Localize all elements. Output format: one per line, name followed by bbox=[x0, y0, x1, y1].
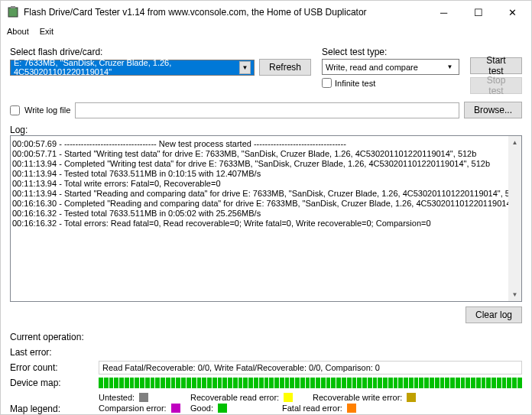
map-block bbox=[383, 378, 388, 388]
infinite-checkbox[interactable] bbox=[322, 78, 332, 88]
legend-comp: Comparsion error: bbox=[99, 404, 167, 413]
map-block bbox=[424, 378, 429, 388]
map-block bbox=[310, 378, 315, 388]
map-block bbox=[99, 378, 103, 388]
map-block bbox=[171, 378, 176, 388]
map-block bbox=[125, 378, 129, 388]
map-block bbox=[166, 378, 170, 388]
map-block bbox=[342, 378, 346, 388]
map-block bbox=[368, 378, 372, 388]
map-block bbox=[336, 378, 341, 388]
map-block bbox=[357, 378, 362, 388]
map-block bbox=[471, 378, 475, 388]
map-block bbox=[461, 378, 466, 388]
map-block bbox=[290, 378, 294, 388]
map-block bbox=[491, 378, 496, 388]
logfile-label: Write log file bbox=[24, 105, 70, 115]
legend-label: Map legend: bbox=[10, 404, 99, 414]
refresh-button[interactable]: Refresh bbox=[259, 59, 311, 76]
scroll-down-icon[interactable]: ▼ bbox=[508, 288, 521, 301]
test-type-selected: Write, read and compare bbox=[326, 63, 418, 72]
window-buttons: ─ ☐ ✕ bbox=[427, 2, 530, 23]
map-block bbox=[285, 378, 290, 388]
minimize-button[interactable]: ─ bbox=[427, 2, 461, 23]
window-title: Flash Drive/Card Tester v1.14 from www.v… bbox=[24, 7, 427, 18]
test-type-label: Select test type: bbox=[322, 47, 459, 57]
log-line: 00:16:16.30 - Completed "Reading and com… bbox=[12, 199, 520, 209]
scrollbar[interactable]: ▲ ▼ bbox=[508, 136, 521, 301]
map-block bbox=[202, 378, 206, 388]
map-block bbox=[254, 378, 258, 388]
drive-combo[interactable]: E: 7633MB, "SanDisk, Cruzer Blade, 1.26,… bbox=[10, 60, 255, 76]
map-block bbox=[388, 378, 393, 388]
close-button[interactable]: ✕ bbox=[495, 2, 530, 23]
map-block bbox=[155, 378, 160, 388]
test-type-combo[interactable]: Write, read and compare ▼ bbox=[322, 59, 459, 75]
drive-selected: E: 7633MB, "SanDisk, Cruzer Blade, 1.26,… bbox=[14, 58, 239, 76]
maximize-button[interactable]: ☐ bbox=[461, 2, 495, 23]
map-block bbox=[197, 378, 202, 388]
map-block bbox=[398, 378, 403, 388]
map-block bbox=[414, 378, 419, 388]
map-block bbox=[378, 378, 382, 388]
swatch-fatal-read bbox=[347, 404, 356, 413]
swatch-untested bbox=[139, 393, 148, 402]
map-block bbox=[269, 378, 274, 388]
map-block bbox=[243, 378, 248, 388]
device-map-label: Device map: bbox=[10, 378, 99, 388]
browse-button[interactable]: Browse... bbox=[464, 102, 522, 118]
map-block bbox=[497, 378, 501, 388]
menubar: About Exit bbox=[1, 24, 531, 39]
legend-rec-write: Recoverable write error: bbox=[313, 393, 402, 402]
legend-untested: Untested: bbox=[99, 393, 135, 402]
menu-exit[interactable]: Exit bbox=[40, 27, 54, 36]
map-block bbox=[280, 378, 284, 388]
map-block bbox=[394, 378, 398, 388]
map-block bbox=[212, 378, 217, 388]
map-block bbox=[161, 378, 165, 388]
swatch-rec-read bbox=[284, 393, 293, 402]
start-test-button[interactable]: Start test bbox=[470, 57, 522, 74]
log-line: 00:00:57.71 - Started "Writing test data… bbox=[12, 149, 520, 159]
map-block bbox=[404, 378, 408, 388]
titlebar: Flash Drive/Card Tester v1.14 from www.v… bbox=[1, 1, 531, 24]
map-block bbox=[228, 378, 232, 388]
map-block bbox=[456, 378, 460, 388]
chevron-down-icon: ▼ bbox=[444, 63, 456, 70]
map-block bbox=[331, 378, 336, 388]
map-block bbox=[362, 378, 367, 388]
map-block bbox=[207, 378, 212, 388]
map-block bbox=[409, 378, 414, 388]
map-block bbox=[274, 378, 279, 388]
map-block bbox=[233, 378, 238, 388]
map-block bbox=[502, 378, 507, 388]
menu-about[interactable]: About bbox=[7, 27, 29, 36]
stop-test-button: Stop test bbox=[470, 77, 522, 94]
app-icon bbox=[7, 6, 19, 18]
map-block bbox=[109, 378, 114, 388]
legend: Untested: Recoverable read error: Recove… bbox=[99, 393, 522, 415]
clear-log-button[interactable]: Clear log bbox=[466, 306, 522, 323]
map-block bbox=[140, 378, 144, 388]
map-block bbox=[466, 378, 470, 388]
map-block bbox=[352, 378, 357, 388]
map-block bbox=[476, 378, 481, 388]
log-line: 00:11:13.94 - Tested total 7633.511MB in… bbox=[12, 169, 520, 179]
map-block bbox=[306, 378, 310, 388]
map-block bbox=[440, 378, 445, 388]
log-line: 00:11:13.94 - Completed "Writing test da… bbox=[12, 159, 520, 169]
error-count-value: Read Fatal/Recoverable: 0/0, Write Fatal… bbox=[99, 361, 522, 374]
log-box[interactable]: 00:00:57.69 - --------------------------… bbox=[10, 135, 522, 302]
map-block bbox=[248, 378, 253, 388]
map-block bbox=[482, 378, 486, 388]
map-block bbox=[419, 378, 423, 388]
map-block bbox=[218, 378, 222, 388]
drive-label: Select flash drive/card: bbox=[10, 47, 311, 57]
scroll-up-icon[interactable]: ▲ bbox=[508, 136, 521, 149]
logfile-path-input[interactable] bbox=[75, 102, 459, 118]
legend-good: Good: bbox=[190, 404, 213, 413]
map-block bbox=[512, 378, 517, 388]
map-block bbox=[238, 378, 243, 388]
log-line: 00:16:16.32 - Total errors: Read fatal=0… bbox=[12, 219, 520, 229]
logfile-checkbox[interactable] bbox=[10, 105, 20, 115]
